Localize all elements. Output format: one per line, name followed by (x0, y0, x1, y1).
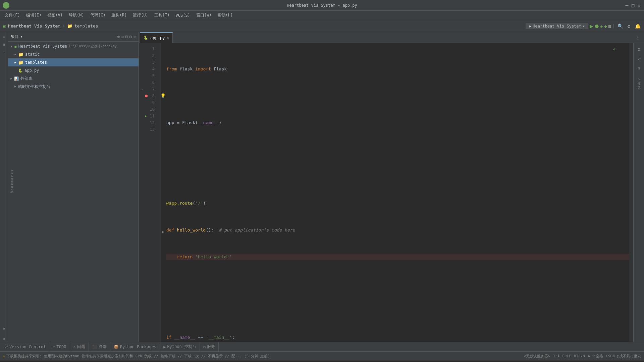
panel-dropdown-arrow[interactable]: ▾ (20, 35, 23, 39)
templates-label: templates (25, 60, 47, 65)
panel-title: 项目 ▾ (11, 34, 22, 39)
tab-apppy-label: app.py (150, 36, 165, 40)
breadcrumb-folder[interactable]: templates (74, 23, 98, 29)
menu-vcs[interactable]: VCS(S) (173, 12, 193, 18)
toolbar-separator: | (612, 23, 615, 29)
panel-icon-locate[interactable]: ⊕ (117, 34, 120, 39)
tree-item-static[interactable]: ▶ 📁 static (8, 50, 139, 58)
right-icon-review[interactable]: A·View (635, 74, 643, 94)
menu-view[interactable]: 视图(V) (45, 12, 65, 19)
bottom-tab-vcs[interactable]: ⎇ Version Control (0, 342, 49, 352)
tree-item-apppy[interactable]: ▶ 🐍 app.py (8, 66, 139, 74)
tree-item-external[interactable]: ▶ 📊 外部库 (8, 74, 139, 83)
line-numbers: 1 2 3 4 5 6 7 ▷ 8 9 10 11 ▶ 12 13 (144, 43, 161, 342)
stop-button[interactable]: ■ (608, 23, 611, 29)
menu-file[interactable]: 文件(F) (2, 12, 23, 19)
menu-code[interactable]: 代码(C) (88, 12, 108, 19)
notifications-icon[interactable]: 🔔 (634, 22, 641, 30)
panel-icon-close[interactable]: ✕ (133, 34, 136, 39)
tab-apppy[interactable]: 🐍 app.py ✕ (140, 32, 173, 43)
left-icon-3[interactable]: ◫ (1, 48, 7, 55)
left-icon-bottom-1[interactable]: ⊕ (1, 325, 7, 332)
external-label: 外部库 (20, 76, 33, 82)
status-bar: ⚠ 下载预构建共享索引: 使用预构建的Python 软件包共享索引减少索引时间和… (0, 351, 644, 361)
bottom-tab-problems[interactable]: ⚠ 问题 (70, 342, 89, 352)
tree-root[interactable]: ▼ ◉ Heartbeat Vis System C:\Class\毕业设计\c… (8, 42, 139, 50)
bottom-tab-console[interactable]: ▶ Python 控制台 (160, 342, 200, 352)
code-area[interactable]: from flask import Flask 💡 app = Flask (161, 43, 629, 342)
fold-icon-7[interactable]: ▷ (162, 228, 164, 235)
bottom-tab-packages[interactable]: 📦 Python Packages (110, 342, 160, 352)
project-label-panel: 项目 (11, 35, 18, 39)
right-icon-structure[interactable]: ≣ (635, 46, 643, 53)
coverage-icon[interactable]: ◈ (600, 23, 603, 29)
maximize-button[interactable]: □ (631, 3, 635, 8)
dropdown-icon: ▾ (583, 24, 585, 29)
templates-arrow: ▶ (13, 60, 17, 64)
bottom-tab-terminal[interactable]: ⬛ 终端 (89, 342, 110, 352)
space-def (174, 227, 177, 234)
right-icon-db[interactable]: ⊞ (635, 64, 643, 72)
search-icon[interactable]: 🔍 (616, 22, 624, 30)
ln-10: 10 (144, 106, 157, 113)
tab-apppy-close[interactable]: ✕ (167, 36, 169, 40)
tabs: 🐍 app.py ✕ (140, 32, 173, 43)
project-icon: ◉ (3, 23, 6, 29)
mini-map[interactable] (629, 43, 633, 342)
panel-header-icons: ⊕ ≡ ⊟ ⚙ ✕ (117, 34, 136, 39)
panel-icon-scroll[interactable]: ≡ (121, 34, 124, 39)
profile-icon[interactable]: ◆ (604, 23, 607, 29)
bottom-tab-services[interactable]: ⚙ 服务 (200, 342, 219, 352)
run-config-label[interactable]: ▶ Heartbeat Vis System ▾ (526, 23, 588, 29)
menu-edit[interactable]: 编辑(E) (23, 12, 44, 19)
breadcrumb-separator: › (62, 23, 65, 29)
left-icon-1[interactable]: ≡ (1, 34, 7, 40)
apppy-label: app.py (24, 68, 39, 73)
hint-bulb-icon[interactable]: 💡 (161, 93, 166, 99)
status-warning-icon: ⚠ (3, 354, 5, 358)
status-position[interactable]: 1:1 (553, 354, 560, 358)
menu-tools[interactable]: 工具(T) (152, 12, 172, 19)
right-panel: ≣ ⎇ ⊞ A·View (633, 43, 644, 342)
debug-icon[interactable]: ⬣ (595, 23, 599, 29)
console-label: Python 控制台 (167, 344, 196, 350)
menu-help[interactable]: 帮助(H) (215, 12, 236, 19)
settings-icon[interactable]: ⚙ (625, 22, 633, 30)
minimize-button[interactable]: ─ (625, 3, 629, 8)
panel-icon-settings[interactable]: ⚙ (129, 34, 132, 39)
fold-arrow-7[interactable]: ▷ (141, 86, 143, 93)
left-icon-2[interactable]: ⊞ (1, 41, 7, 48)
str-hello: 'Hello World!' (195, 254, 232, 260)
tree-item-templates[interactable]: ▶ 📁 templates (8, 58, 139, 66)
ln-7: 7 ▷ (144, 86, 157, 93)
panel-icon-filter[interactable]: ⊟ (125, 34, 128, 39)
packages-label: Python Packages (120, 345, 156, 349)
route-paren-1: ( (193, 200, 195, 207)
packages-icon: 📦 (114, 345, 119, 349)
tree-container: ▼ ◉ Heartbeat Vis System C:\Class\毕业设计\c… (8, 42, 139, 342)
menu-run[interactable]: 运行(U) (130, 12, 151, 19)
status-encoding[interactable]: UTF-8 (574, 354, 585, 358)
menu-navigate[interactable]: 导航(N) (66, 12, 87, 19)
status-no-server[interactable]: <无默认服务器> (524, 354, 550, 359)
problems-label: 问题 (77, 344, 85, 350)
status-indent[interactable]: 4 个空格 (588, 354, 603, 359)
right-icon-git[interactable]: ⎇ (635, 55, 643, 62)
breakpoint-dot-8[interactable] (145, 95, 148, 97)
tab-more-icon[interactable]: ⋮ (636, 35, 640, 40)
status-line-ending[interactable]: CRLF (562, 354, 571, 358)
kw-from: from (166, 66, 177, 72)
bottom-tab-todo[interactable]: ☑ TODO (49, 342, 70, 352)
tree-item-temp[interactable]: ▶ ⚑ 临时文件和控制台 (8, 83, 139, 91)
vcs-label: Version Control (9, 345, 46, 349)
code-line-10 (166, 307, 629, 314)
run-button[interactable]: ▶ (590, 22, 593, 30)
close-button[interactable]: ✕ (637, 3, 641, 8)
colon-11: : (232, 334, 235, 341)
ln-11: 11 ▶ (144, 113, 157, 119)
status-warning-text[interactable]: 下载预构建共享索引: 使用预构建的Python 软件包共享索引减少索引时间和 C… (6, 354, 270, 359)
left-icon-bottom-2[interactable]: ⊞ (1, 335, 7, 342)
menu-window[interactable]: 窗口(W) (194, 12, 214, 19)
menu-refactor[interactable]: 重构(R) (109, 12, 129, 19)
terminal-icon: ⬛ (92, 345, 97, 349)
